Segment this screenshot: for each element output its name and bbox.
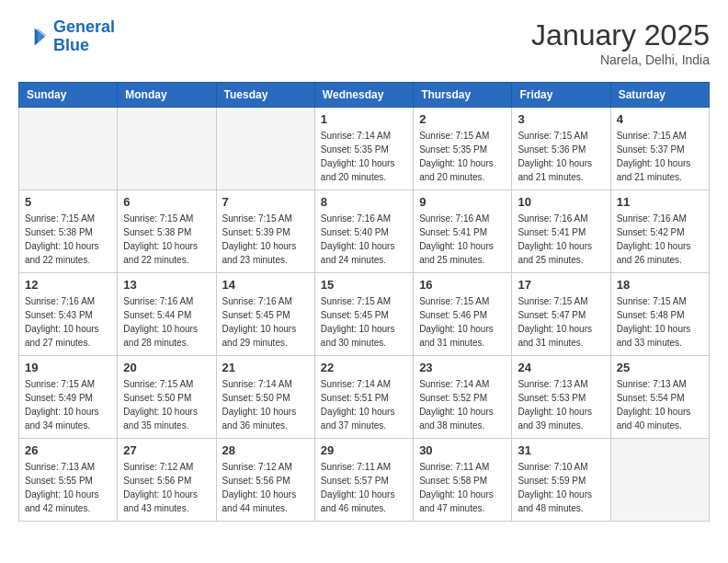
calendar-body: 1Sunrise: 7:14 AM Sunset: 5:35 PM Daylig… xyxy=(19,108,710,522)
day-cell: 25Sunrise: 7:13 AM Sunset: 5:54 PM Dayli… xyxy=(610,356,709,439)
day-info: Sunrise: 7:15 AM Sunset: 5:36 PM Dayligh… xyxy=(518,129,604,184)
day-info: Sunrise: 7:16 AM Sunset: 5:45 PM Dayligh… xyxy=(222,294,309,350)
day-number: 26 xyxy=(25,443,111,457)
day-number: 12 xyxy=(25,278,111,292)
day-number: 22 xyxy=(321,361,407,374)
day-cell: 7Sunrise: 7:15 AM Sunset: 5:39 PM Daylig… xyxy=(216,190,314,273)
day-number: 24 xyxy=(518,361,604,374)
day-info: Sunrise: 7:10 AM Sunset: 5:59 PM Dayligh… xyxy=(518,460,604,515)
weekday-header-wednesday: Wednesday xyxy=(314,83,413,108)
day-cell: 19Sunrise: 7:15 AM Sunset: 5:49 PM Dayli… xyxy=(19,356,118,439)
day-info: Sunrise: 7:14 AM Sunset: 5:51 PM Dayligh… xyxy=(321,377,407,432)
day-cell: 27Sunrise: 7:12 AM Sunset: 5:56 PM Dayli… xyxy=(118,439,216,522)
day-cell: 22Sunrise: 7:14 AM Sunset: 5:51 PM Dayli… xyxy=(314,356,413,439)
day-info: Sunrise: 7:13 AM Sunset: 5:54 PM Dayligh… xyxy=(617,377,703,432)
day-info: Sunrise: 7:14 AM Sunset: 5:52 PM Dayligh… xyxy=(419,377,506,432)
day-info: Sunrise: 7:16 AM Sunset: 5:41 PM Dayligh… xyxy=(518,212,604,267)
day-cell: 15Sunrise: 7:15 AM Sunset: 5:45 PM Dayli… xyxy=(314,273,413,356)
day-cell: 14Sunrise: 7:16 AM Sunset: 5:45 PM Dayli… xyxy=(216,273,314,356)
day-number: 1 xyxy=(321,112,407,126)
day-number: 29 xyxy=(321,443,407,457)
logo-icon xyxy=(18,22,48,52)
day-cell: 6Sunrise: 7:15 AM Sunset: 5:38 PM Daylig… xyxy=(118,190,216,273)
day-cell: 17Sunrise: 7:15 AM Sunset: 5:47 PM Dayli… xyxy=(512,273,610,356)
day-number: 25 xyxy=(617,361,703,374)
logo: General Blue xyxy=(18,18,115,55)
day-info: Sunrise: 7:15 AM Sunset: 5:39 PM Dayligh… xyxy=(222,212,309,267)
day-info: Sunrise: 7:16 AM Sunset: 5:41 PM Dayligh… xyxy=(419,212,506,267)
month-title: January 2025 xyxy=(531,18,710,52)
weekday-header-friday: Friday xyxy=(512,83,610,108)
location-subtitle: Narela, Delhi, India xyxy=(531,52,710,67)
weekday-header-tuesday: Tuesday xyxy=(216,83,314,108)
day-info: Sunrise: 7:15 AM Sunset: 5:49 PM Dayligh… xyxy=(25,377,111,432)
day-number: 15 xyxy=(321,278,407,292)
day-info: Sunrise: 7:15 AM Sunset: 5:37 PM Dayligh… xyxy=(617,129,703,184)
day-info: Sunrise: 7:13 AM Sunset: 5:55 PM Dayligh… xyxy=(25,460,111,515)
day-cell xyxy=(118,108,216,190)
day-number: 28 xyxy=(222,443,309,457)
day-cell: 3Sunrise: 7:15 AM Sunset: 5:36 PM Daylig… xyxy=(512,108,610,190)
day-cell: 30Sunrise: 7:11 AM Sunset: 5:58 PM Dayli… xyxy=(414,439,512,522)
day-info: Sunrise: 7:15 AM Sunset: 5:48 PM Dayligh… xyxy=(617,294,703,350)
logo-text: General Blue xyxy=(53,18,115,55)
day-number: 27 xyxy=(123,443,210,457)
day-number: 20 xyxy=(123,361,210,374)
day-info: Sunrise: 7:12 AM Sunset: 5:56 PM Dayligh… xyxy=(222,460,309,515)
day-cell: 26Sunrise: 7:13 AM Sunset: 5:55 PM Dayli… xyxy=(19,439,118,522)
day-info: Sunrise: 7:15 AM Sunset: 5:45 PM Dayligh… xyxy=(321,294,407,350)
day-cell xyxy=(19,108,118,190)
day-info: Sunrise: 7:14 AM Sunset: 5:50 PM Dayligh… xyxy=(222,377,309,432)
day-number: 8 xyxy=(321,195,407,209)
day-number: 10 xyxy=(518,195,604,209)
day-number: 21 xyxy=(222,361,309,374)
calendar-header-row: SundayMondayTuesdayWednesdayThursdayFrid… xyxy=(19,83,710,108)
day-info: Sunrise: 7:11 AM Sunset: 5:58 PM Dayligh… xyxy=(419,460,506,515)
weekday-header-saturday: Saturday xyxy=(610,83,709,108)
day-number: 4 xyxy=(617,112,703,126)
day-cell: 20Sunrise: 7:15 AM Sunset: 5:50 PM Dayli… xyxy=(118,356,216,439)
week-row-2: 12Sunrise: 7:16 AM Sunset: 5:43 PM Dayli… xyxy=(19,273,710,356)
day-info: Sunrise: 7:16 AM Sunset: 5:40 PM Dayligh… xyxy=(321,212,407,267)
day-cell: 1Sunrise: 7:14 AM Sunset: 5:35 PM Daylig… xyxy=(314,108,413,190)
day-number: 5 xyxy=(25,195,111,209)
day-cell: 24Sunrise: 7:13 AM Sunset: 5:53 PM Dayli… xyxy=(512,356,610,439)
day-cell: 10Sunrise: 7:16 AM Sunset: 5:41 PM Dayli… xyxy=(512,190,610,273)
day-number: 9 xyxy=(419,195,506,209)
day-number: 11 xyxy=(617,195,703,209)
day-cell: 23Sunrise: 7:14 AM Sunset: 5:52 PM Dayli… xyxy=(414,356,512,439)
day-number: 17 xyxy=(518,278,604,292)
day-number: 23 xyxy=(419,361,506,374)
weekday-header-thursday: Thursday xyxy=(414,83,512,108)
day-cell: 28Sunrise: 7:12 AM Sunset: 5:56 PM Dayli… xyxy=(216,439,314,522)
day-info: Sunrise: 7:12 AM Sunset: 5:56 PM Dayligh… xyxy=(123,460,210,515)
day-number: 3 xyxy=(518,112,604,126)
day-number: 16 xyxy=(419,278,506,292)
calendar-table: SundayMondayTuesdayWednesdayThursdayFrid… xyxy=(18,82,710,522)
day-cell: 8Sunrise: 7:16 AM Sunset: 5:40 PM Daylig… xyxy=(314,190,413,273)
day-cell: 29Sunrise: 7:11 AM Sunset: 5:57 PM Dayli… xyxy=(314,439,413,522)
day-cell: 31Sunrise: 7:10 AM Sunset: 5:59 PM Dayli… xyxy=(512,439,610,522)
week-row-4: 26Sunrise: 7:13 AM Sunset: 5:55 PM Dayli… xyxy=(19,439,710,522)
day-info: Sunrise: 7:16 AM Sunset: 5:43 PM Dayligh… xyxy=(25,294,111,350)
week-row-1: 5Sunrise: 7:15 AM Sunset: 5:38 PM Daylig… xyxy=(19,190,710,273)
week-row-0: 1Sunrise: 7:14 AM Sunset: 5:35 PM Daylig… xyxy=(19,108,710,190)
day-number: 6 xyxy=(123,195,210,209)
logo-blue: Blue xyxy=(53,36,89,54)
day-cell: 4Sunrise: 7:15 AM Sunset: 5:37 PM Daylig… xyxy=(610,108,709,190)
day-info: Sunrise: 7:16 AM Sunset: 5:42 PM Dayligh… xyxy=(617,212,703,267)
logo-general: General xyxy=(53,17,115,36)
day-number: 14 xyxy=(222,278,309,292)
day-number: 13 xyxy=(123,278,210,292)
day-info: Sunrise: 7:15 AM Sunset: 5:38 PM Dayligh… xyxy=(25,212,111,267)
day-cell: 18Sunrise: 7:15 AM Sunset: 5:48 PM Dayli… xyxy=(610,273,709,356)
weekday-header-sunday: Sunday xyxy=(19,83,118,108)
day-info: Sunrise: 7:14 AM Sunset: 5:35 PM Dayligh… xyxy=(321,129,407,184)
day-cell: 11Sunrise: 7:16 AM Sunset: 5:42 PM Dayli… xyxy=(610,190,709,273)
day-info: Sunrise: 7:16 AM Sunset: 5:44 PM Dayligh… xyxy=(123,294,210,350)
day-cell: 2Sunrise: 7:15 AM Sunset: 5:35 PM Daylig… xyxy=(414,108,512,190)
page-header: General Blue January 2025 Narela, Delhi,… xyxy=(18,18,710,67)
day-info: Sunrise: 7:11 AM Sunset: 5:57 PM Dayligh… xyxy=(321,460,407,515)
day-info: Sunrise: 7:15 AM Sunset: 5:35 PM Dayligh… xyxy=(419,129,506,184)
svg-marker-1 xyxy=(38,28,47,42)
